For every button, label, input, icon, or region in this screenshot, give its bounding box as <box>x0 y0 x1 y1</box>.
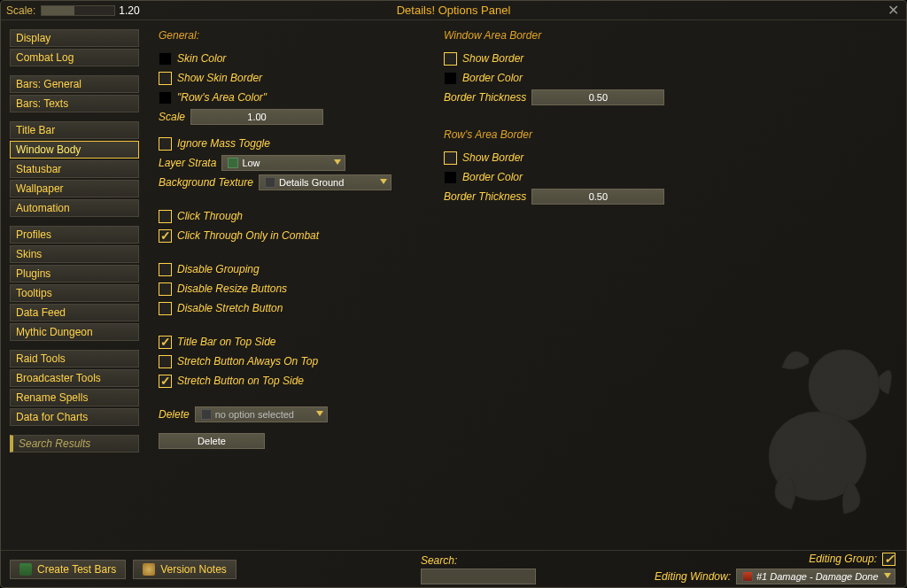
bg-texture-dropdown[interactable]: Details Ground <box>259 174 391 190</box>
sidebar: DisplayCombat LogBars: GeneralBars: Text… <box>1 20 146 552</box>
wa-border-color-label: Border Color <box>462 72 523 84</box>
column-left: General: Skin Color Show Skin Border "Ro… <box>159 29 442 552</box>
ra-thickness-label: Border Thickness <box>444 190 526 203</box>
sidebar-item-bars-general[interactable]: Bars: General <box>10 75 139 93</box>
sidebar-item-rename-spells[interactable]: Rename Spells <box>10 389 139 406</box>
content-area: General: Skin Color Show Skin Border "Ro… <box>146 20 906 552</box>
search-input[interactable] <box>421 569 536 584</box>
layer-strata-dropdown[interactable]: Low <box>221 155 345 171</box>
bars-icon <box>19 563 32 576</box>
search-label: Search: <box>421 554 536 567</box>
stretch-top-side-label: Stretch Button on Top Side <box>177 375 304 387</box>
titlebar-scale-label: Scale: <box>6 4 35 17</box>
wa-thickness-label: Border Thickness <box>444 91 526 104</box>
chevron-down-icon <box>316 411 323 416</box>
sidebar-item-title-bar[interactable]: Title Bar <box>10 121 139 139</box>
sidebar-item-automation[interactable]: Automation <box>10 199 139 217</box>
sidebar-item-raid-tools[interactable]: Raid Tools <box>10 350 139 368</box>
svg-point-0 <box>809 350 880 421</box>
sidebar-item-display[interactable]: Display <box>10 29 139 47</box>
options-window: Scale: 1.20 Details! Options Panel ✕ Dis… <box>0 0 907 588</box>
editing-window-label: Editing Window: <box>655 570 731 583</box>
titlebar: Scale: 1.20 Details! Options Panel ✕ <box>1 1 906 20</box>
title-bar-top-label: Title Bar on Top Side <box>177 336 276 348</box>
rows-area-color-swatch[interactable] <box>159 91 172 104</box>
sidebar-item-statusbar[interactable]: Statusbar <box>10 160 139 178</box>
sidebar-item-skins[interactable]: Skins <box>10 245 139 263</box>
svg-point-1 <box>769 412 866 500</box>
show-skin-border-label: Show Skin Border <box>177 72 262 84</box>
click-through-label: Click Through <box>177 210 243 222</box>
sidebar-item-plugins[interactable]: Plugins <box>10 265 139 282</box>
scale-input[interactable]: 1.00 <box>190 109 323 125</box>
sidebar-item-broadcaster-tools[interactable]: Broadcaster Tools <box>10 369 139 387</box>
close-icon[interactable]: ✕ <box>885 3 901 19</box>
star-icon <box>228 158 238 168</box>
disable-resize-label: Disable Resize Buttons <box>177 282 287 295</box>
editing-window-dropdown[interactable]: #1 Damage - Damage Done <box>736 569 895 584</box>
disable-stretch-checkbox[interactable] <box>159 302 172 315</box>
create-test-bars-button[interactable]: Create Test Bars <box>10 560 126 579</box>
ra-border-color-label: Border Color <box>462 171 523 183</box>
sword-icon <box>742 571 753 582</box>
section-title-window-area: Window Area Border <box>444 29 727 42</box>
stretch-top-side-checkbox[interactable] <box>159 375 172 388</box>
wa-show-border-label: Show Border <box>462 52 523 65</box>
disable-grouping-checkbox[interactable] <box>159 263 172 276</box>
sidebar-item-wallpaper[interactable]: Wallpaper <box>10 180 139 197</box>
sidebar-item-data-feed[interactable]: Data Feed <box>10 304 139 321</box>
disable-stretch-label: Disable Stretch Button <box>177 302 283 314</box>
titlebar-scale-slider[interactable] <box>41 5 115 16</box>
stretch-always-top-label: Stretch Button Always On Top <box>177 355 318 368</box>
chevron-down-icon <box>334 159 341 165</box>
ra-show-border-checkbox[interactable] <box>444 151 457 165</box>
bg-texture-label: Background Texture <box>159 176 253 189</box>
scroll-icon <box>143 563 155 576</box>
stretch-always-top-checkbox[interactable] <box>159 355 172 368</box>
delete-button[interactable]: Delete <box>159 433 265 449</box>
column-right: Window Area Border Show Border Border Co… <box>444 29 727 552</box>
wa-thickness-input[interactable]: 0.50 <box>531 89 664 105</box>
version-notes-button[interactable]: Version Notes <box>133 560 236 579</box>
ra-border-color-swatch[interactable] <box>444 171 457 184</box>
sidebar-item-data-for-charts[interactable]: Data for Charts <box>10 408 139 426</box>
page-icon <box>201 409 212 420</box>
lion-decoration <box>729 323 906 518</box>
chevron-down-icon <box>380 179 387 184</box>
skin-color-swatch[interactable] <box>159 52 172 66</box>
sidebar-item-profiles[interactable]: Profiles <box>10 226 139 244</box>
show-skin-border-checkbox[interactable] <box>159 72 172 85</box>
sidebar-item-mythic-dungeon[interactable]: Mythic Dungeon <box>10 323 139 341</box>
titlebar-scale-value: 1.20 <box>119 4 139 17</box>
sidebar-item-combat-log[interactable]: Combat Log <box>10 49 139 66</box>
sidebar-item-window-body[interactable]: Window Body <box>10 141 139 159</box>
sidebar-item-bars-texts[interactable]: Bars: Texts <box>10 95 139 112</box>
click-through-combat-label: Click Through Only in Combat <box>177 229 319 242</box>
title-bar-top-checkbox[interactable] <box>159 336 172 349</box>
editing-group-label: Editing Group: <box>809 553 877 565</box>
ra-show-border-label: Show Border <box>462 151 523 164</box>
sidebar-item-search-results[interactable]: Search Results <box>10 435 139 453</box>
wa-show-border-checkbox[interactable] <box>444 52 457 66</box>
click-through-checkbox[interactable] <box>159 210 172 223</box>
click-through-combat-checkbox[interactable] <box>159 229 172 243</box>
layer-strata-label: Layer Strata <box>159 157 216 169</box>
delete-label: Delete <box>159 408 190 421</box>
disable-grouping-label: Disable Grouping <box>177 263 260 275</box>
section-title-rows-area: Row's Area Border <box>444 128 727 141</box>
footer: Create Test Bars Version Notes Search: E… <box>1 550 906 587</box>
sidebar-item-tooltips[interactable]: Tooltips <box>10 284 139 302</box>
editing-group-checkbox[interactable] <box>882 553 895 566</box>
ignore-mass-toggle-label: Ignore Mass Toggle <box>177 137 270 150</box>
ignore-mass-toggle-checkbox[interactable] <box>159 137 172 151</box>
texture-icon <box>265 177 275 188</box>
delete-dropdown[interactable]: no option selected <box>195 406 328 422</box>
chevron-down-icon <box>884 573 891 578</box>
scale-label: Scale <box>159 111 185 123</box>
disable-resize-checkbox[interactable] <box>159 282 172 296</box>
skin-color-label: Skin Color <box>177 52 226 65</box>
wa-border-color-swatch[interactable] <box>444 72 457 85</box>
rows-area-color-label: "Row's Area Color" <box>177 91 267 104</box>
section-title-general: General: <box>159 29 442 42</box>
ra-thickness-input[interactable]: 0.50 <box>531 189 664 205</box>
